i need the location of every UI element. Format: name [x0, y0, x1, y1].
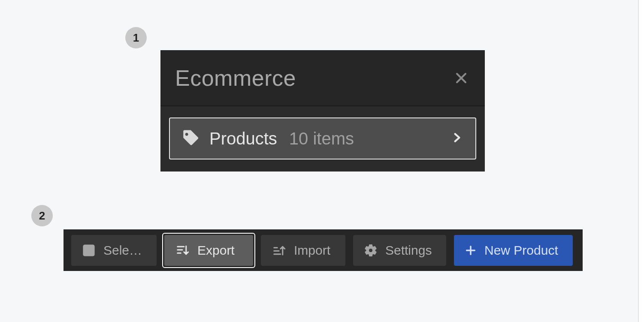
products-count: 10 items [289, 129, 354, 148]
products-row[interactable]: Products 10 items [169, 117, 476, 159]
sort-desc-icon [175, 244, 190, 257]
products-toolbar: Select... Export Import [63, 229, 583, 271]
tag-icon [181, 129, 199, 148]
step-number: 1 [133, 31, 139, 45]
ecommerce-panel-body: Products 10 items [160, 106, 485, 172]
ecommerce-panel: Ecommerce Products 10 items [160, 50, 485, 172]
panel-title: Ecommerce [175, 65, 296, 91]
checkbox-icon [82, 244, 96, 257]
export-button[interactable]: Export [164, 235, 253, 266]
select-button[interactable]: Select... [71, 235, 157, 266]
import-button[interactable]: Import [261, 235, 345, 266]
new-product-label: New Product [484, 243, 558, 258]
chevron-right-icon [451, 129, 463, 147]
step-number: 2 [39, 209, 45, 223]
select-label: Select... [103, 243, 146, 258]
new-product-button[interactable]: New Product [454, 235, 573, 266]
settings-button[interactable]: Settings [353, 235, 446, 266]
plus-icon [465, 244, 477, 256]
step-badge-2: 2 [31, 205, 53, 226]
step-badge-1: 1 [125, 27, 147, 48]
import-label: Import [294, 243, 330, 258]
close-icon[interactable] [454, 71, 469, 85]
export-label: Export [197, 243, 235, 258]
products-label: Products [209, 129, 277, 148]
settings-label: Settings [385, 243, 432, 258]
sort-asc-icon [272, 244, 286, 257]
gear-icon [364, 244, 378, 257]
page-divider [638, 0, 644, 322]
ecommerce-panel-header: Ecommerce [160, 50, 485, 106]
